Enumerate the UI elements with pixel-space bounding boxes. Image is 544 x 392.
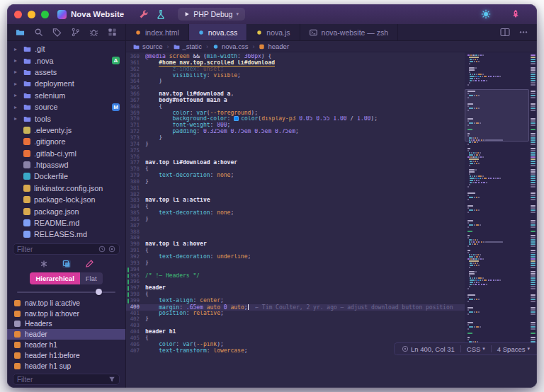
code-token <box>145 67 173 72</box>
view-mode-flat[interactable]: Flat <box>80 272 103 284</box>
code-line: 384{ <box>126 204 465 210</box>
tree-item[interactable]: README.md <box>7 217 125 229</box>
symbols-filter <box>13 374 120 385</box>
minimap[interactable] <box>465 52 537 354</box>
project-icon <box>57 10 67 19</box>
cursor-position-item[interactable]: Ln 400, Col 31 <box>402 345 455 353</box>
line-content <box>145 267 465 273</box>
symbols-filter-input[interactable] <box>17 376 106 384</box>
deploy-rocket-icon[interactable] <box>511 9 521 19</box>
symbols-scale-slider[interactable] <box>17 288 115 296</box>
symbols-layers-icon[interactable] <box>62 260 71 268</box>
code-token: text-decoration <box>159 173 210 178</box>
symbol-item[interactable]: Headers <box>7 319 125 330</box>
tree-item[interactable]: .htpasswd <box>7 159 125 171</box>
code-token: color <box>173 110 190 116</box>
symbol-item[interactable]: header <box>7 329 125 340</box>
line-content <box>145 323 465 329</box>
tree-item[interactable]: .gitignore <box>7 136 125 147</box>
minimize-window-button[interactable] <box>28 11 35 18</box>
tab-index-html[interactable]: index.html <box>126 24 189 40</box>
symbol-item[interactable]: header h1 sup <box>7 361 125 371</box>
code-token: ; <box>220 298 224 304</box>
breadcrumb-separator: › <box>206 43 208 50</box>
tree-item[interactable]: .eleventy.js <box>7 125 125 136</box>
scroll-mark <box>531 63 536 64</box>
build-hammer-icon[interactable] <box>139 9 149 19</box>
tags-icon[interactable] <box>52 28 62 37</box>
funnel-icon[interactable] <box>108 376 115 383</box>
tab-label: nova.js <box>266 28 290 37</box>
symbol-item[interactable]: header h1:before <box>7 350 125 361</box>
scroll-mark <box>531 186 536 188</box>
language-selector[interactable]: CSS ▾ <box>467 345 485 353</box>
tab-nova-css[interactable]: nova.css <box>189 24 247 40</box>
clean-flask-icon[interactable] <box>156 9 166 19</box>
bug-icon[interactable] <box>89 28 98 37</box>
breadcrumb-item[interactable]: _static <box>174 42 202 50</box>
traffic-lights <box>14 11 49 18</box>
chevron-right-icon[interactable]: ▸ <box>14 69 20 75</box>
breadcrumb-item[interactable]: nova.css <box>212 42 249 50</box>
extensions-icon[interactable] <box>108 28 117 37</box>
scroll-mark <box>531 110 536 111</box>
favorites-asterisk-icon[interactable] <box>40 260 48 268</box>
breadcrumb-label: _static <box>183 42 202 50</box>
scope-target-icon[interactable] <box>108 246 115 253</box>
code-editor[interactable]: 360@media screen && (min-width: 360px) {… <box>126 52 465 388</box>
breadcrumb-item[interactable]: source <box>133 42 163 50</box>
zoom-window-button[interactable] <box>41 11 49 18</box>
chevron-right-icon[interactable]: ▸ <box>14 46 20 52</box>
tab-nova-website-zsh[interactable]: nova-website — zsh <box>300 24 399 40</box>
tree-item[interactable]: ▸deployment <box>7 78 125 89</box>
tree-item[interactable]: ▸sourceM <box>7 101 125 113</box>
files-filter-input[interactable] <box>17 246 96 253</box>
preview-aperture-icon[interactable] <box>481 9 491 19</box>
search-icon[interactable] <box>34 28 43 37</box>
breadcrumb-item[interactable]: header <box>259 42 289 50</box>
chevron-right-icon[interactable]: ▸ <box>14 57 20 64</box>
chevron-right-icon[interactable]: ▸ <box>14 104 20 110</box>
chevron-right-icon[interactable]: ▸ <box>14 81 20 87</box>
indent-selector[interactable]: 4 Spaces ▾ <box>497 345 530 353</box>
minimap-viewport[interactable] <box>465 89 529 142</box>
code-token: header <box>145 285 166 291</box>
minimap-line <box>468 182 521 183</box>
symbol-item[interactable]: nav.top li a:active <box>7 298 125 309</box>
tree-item[interactable]: RELEASES.md <box>7 229 125 240</box>
tree-item[interactable]: ▸selenium <box>7 90 125 101</box>
tree-item[interactable]: .gitlab-ci.yml <box>7 148 125 159</box>
scroll-mark <box>531 263 536 264</box>
tree-item[interactable]: ▸tools <box>7 113 125 124</box>
view-mode-hierarchical[interactable]: Hierarchical <box>30 272 79 284</box>
slider-knob[interactable] <box>96 289 102 295</box>
files-icon[interactable] <box>16 28 25 37</box>
minimap-line <box>468 226 521 228</box>
chevron-right-icon[interactable]: ▸ <box>14 92 20 98</box>
color-swatch[interactable] <box>234 116 239 121</box>
more-options-icon[interactable] <box>518 28 528 37</box>
code-token <box>145 79 159 84</box>
symbol-item[interactable]: header h1 <box>7 340 125 350</box>
chevron-right-icon[interactable]: ▸ <box>14 115 20 122</box>
line-content: } <box>145 79 465 85</box>
tree-item-label: .gitignore <box>34 137 120 146</box>
tree-item[interactable]: package-lock.json <box>7 194 125 205</box>
tree-item[interactable]: package.json <box>7 205 125 217</box>
tab-nova-js[interactable]: nova.js <box>247 24 300 40</box>
split-editor-icon[interactable] <box>500 28 510 37</box>
scroll-mark <box>531 324 536 325</box>
tree-item[interactable]: ▸.novaA <box>7 54 125 66</box>
edit-pencil-icon[interactable] <box>85 260 94 268</box>
branch-icon[interactable] <box>71 28 80 37</box>
tree-item[interactable]: Dockerfile <box>7 171 125 182</box>
tree-item[interactable]: ▸.git <box>7 43 125 54</box>
recent-clock-icon[interactable] <box>98 246 106 253</box>
close-window-button[interactable] <box>14 11 22 18</box>
debug-task-selector[interactable]: PHP Debug ▾ <box>178 8 245 21</box>
tree-item[interactable]: linkinator.config.json <box>7 183 125 194</box>
minimap-line <box>468 216 521 217</box>
symbol-item[interactable]: nav.top li a:hover <box>7 309 125 319</box>
tree-item[interactable]: ▸assets <box>7 67 125 78</box>
scroll-mark <box>531 178 536 179</box>
